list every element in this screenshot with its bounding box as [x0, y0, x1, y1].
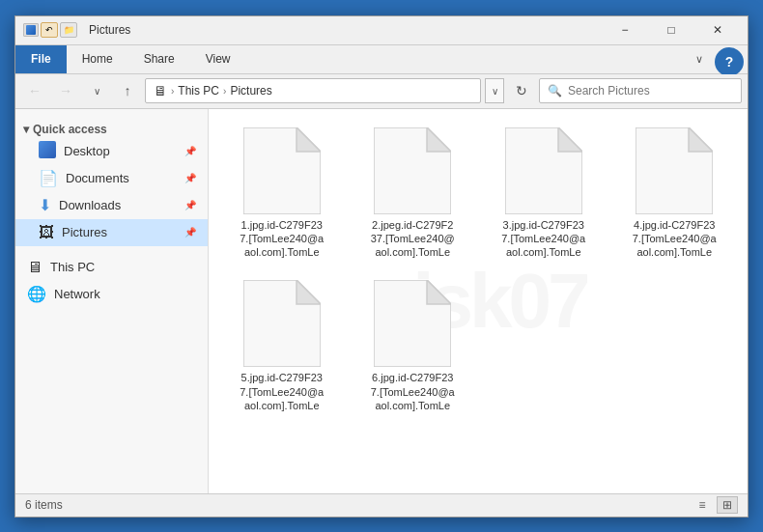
- network-icon: 🌐: [27, 285, 46, 303]
- sidebar-label-desktop: Desktop: [64, 144, 110, 158]
- title-bar-controls: − □ ✕: [603, 15, 740, 44]
- file-area: pisk07 1.jpg.id-C279F237.[TomLee240@aaol…: [209, 109, 748, 493]
- path-pc-icon: 🖥: [154, 83, 167, 98]
- title-ribbon-icons: ↶ 📁: [23, 22, 77, 38]
- ribbon-tabs: File Home Share View ∨ ?: [15, 45, 748, 74]
- ribbon-chevron[interactable]: ∨: [695, 45, 711, 73]
- quick-access-toolbar: [23, 23, 39, 37]
- svg-marker-3: [427, 127, 451, 152]
- list-item[interactable]: 3.jpg.id-C279F237.[TomLee240@aaol.com].T…: [480, 119, 608, 268]
- tab-home[interactable]: Home: [67, 45, 128, 73]
- list-view-button[interactable]: ≡: [692, 496, 713, 514]
- list-item[interactable]: 4.jpg.id-C279F237.[TomLee240@aaol.com].T…: [611, 119, 739, 268]
- pictures-icon: 🖼: [39, 224, 54, 241]
- sidebar-label-network: Network: [54, 287, 100, 301]
- up-button[interactable]: ↑: [114, 78, 141, 103]
- path-chevron-2: ›: [223, 86, 226, 97]
- file-name-5: 5.jpg.id-C279F237.[TomLee240@aaol.com].T…: [240, 371, 324, 412]
- title-bar: ↶ 📁 Pictures − □ ✕: [15, 16, 748, 45]
- path-segment-thispc: This PC: [178, 84, 219, 98]
- svg-marker-1: [297, 127, 321, 152]
- pin-downloads-icon: 📌: [184, 200, 196, 210]
- sidebar-label-pictures: Pictures: [62, 225, 107, 239]
- file-icon-5: [243, 280, 321, 367]
- file-name-3: 3.jpg.id-C279F237.[TomLee240@aaol.com].T…: [501, 218, 585, 260]
- sidebar-item-network[interactable]: 🌐 Network: [15, 281, 208, 308]
- status-count: 6 items: [25, 498, 63, 512]
- title-bar-left: ↶ 📁 Pictures: [23, 22, 603, 38]
- chevron-down-icon: ∨: [695, 53, 703, 66]
- forward-button[interactable]: →: [52, 78, 79, 103]
- pin-documents-icon: 📌: [184, 173, 196, 183]
- new-folder-btn[interactable]: 📁: [60, 22, 77, 38]
- list-item[interactable]: 6.jpg.id-C279F237.[TomLee240@aaol.com].T…: [350, 271, 477, 421]
- quick-access-label: Quick access: [33, 123, 107, 136]
- tab-view[interactable]: View: [190, 45, 246, 73]
- svg-marker-9: [297, 280, 321, 304]
- search-input[interactable]: [568, 84, 733, 98]
- icon-view-button[interactable]: ⊞: [717, 496, 738, 514]
- file-icon-1: [243, 127, 321, 214]
- list-item[interactable]: 2.jpeg.id-C279F237.[TomLee240@aol.com].T…: [350, 119, 477, 268]
- list-item[interactable]: 1.jpg.id-C279F237.[TomLee240@aaol.com].T…: [218, 119, 346, 268]
- pin-desktop-icon: 📌: [184, 146, 196, 156]
- sidebar-item-documents[interactable]: 📄 Documents 📌: [15, 165, 208, 192]
- desktop-icon: [39, 141, 56, 161]
- file-grid: 1.jpg.id-C279F237.[TomLee240@aaol.com].T…: [218, 119, 738, 422]
- back-button[interactable]: ←: [21, 78, 48, 103]
- tab-share[interactable]: Share: [128, 45, 190, 73]
- file-icon-4: [636, 127, 713, 214]
- tab-file[interactable]: File: [15, 45, 67, 73]
- search-box[interactable]: 🔍: [539, 78, 742, 103]
- file-name-1: 1.jpg.id-C279F237.[TomLee240@aaol.com].T…: [240, 218, 324, 260]
- sidebar-item-thispc[interactable]: 🖥 This PC: [15, 254, 208, 281]
- explorer-window: ↶ 📁 Pictures − □ ✕ File Home Share View …: [14, 15, 749, 518]
- sidebar: ▾ Quick access Desktop 📌 📄 Documents 📌 ⬇: [15, 109, 209, 493]
- view-toggle: ≡ ⊞: [692, 496, 738, 514]
- sidebar-label-thispc: This PC: [50, 260, 95, 274]
- file-icon-2: [374, 127, 451, 214]
- address-path[interactable]: 🖥 › This PC › Pictures: [145, 78, 481, 103]
- pin-pictures-icon: 📌: [184, 227, 196, 238]
- refresh-button[interactable]: ↻: [508, 78, 535, 103]
- minimize-button[interactable]: −: [603, 15, 647, 44]
- file-name-2: 2.jpeg.id-C279F237.[TomLee240@aol.com].T…: [371, 218, 455, 260]
- status-bar: 6 items ≡ ⊞: [15, 493, 748, 517]
- sidebar-item-desktop[interactable]: Desktop 📌: [15, 138, 208, 165]
- path-dropdown-button[interactable]: ∨: [485, 78, 504, 103]
- file-name-6: 6.jpg.id-C279F237.[TomLee240@aaol.com].T…: [371, 371, 455, 412]
- file-icon-6: [374, 280, 451, 367]
- file-name-4: 4.jpg.id-C279F237.[TomLee240@aaol.com].T…: [633, 218, 717, 260]
- path-segment-pictures: Pictures: [230, 84, 271, 98]
- close-button[interactable]: ✕: [695, 15, 740, 44]
- path-chevron-1: ›: [171, 86, 174, 97]
- quick-access-header[interactable]: ▾ Quick access: [15, 117, 208, 138]
- svg-marker-7: [689, 127, 713, 152]
- svg-marker-5: [558, 127, 582, 152]
- search-icon: 🔍: [548, 84, 562, 98]
- documents-icon: 📄: [39, 169, 58, 187]
- sidebar-item-downloads[interactable]: ⬇ Downloads 📌: [15, 192, 208, 219]
- sidebar-label-downloads: Downloads: [59, 198, 121, 212]
- address-bar: ← → ∨ ↑ 🖥 › This PC › Pictures ∨ ↻ 🔍: [15, 74, 748, 109]
- quick-access-arrow: ▾: [23, 123, 29, 136]
- maximize-button[interactable]: □: [649, 15, 693, 44]
- main-area: ▾ Quick access Desktop 📌 📄 Documents 📌 ⬇: [15, 109, 748, 493]
- file-icon-3: [505, 127, 582, 214]
- downloads-icon: ⬇: [39, 196, 51, 214]
- sidebar-item-pictures[interactable]: 🖼 Pictures 📌: [15, 219, 208, 246]
- thispc-icon: 🖥: [27, 259, 42, 276]
- help-button[interactable]: ?: [715, 47, 744, 76]
- sidebar-label-documents: Documents: [66, 171, 129, 185]
- svg-marker-11: [427, 280, 451, 304]
- undo-btn[interactable]: ↶: [41, 22, 58, 38]
- window-title: Pictures: [89, 23, 130, 37]
- dropdown-recent-button[interactable]: ∨: [83, 78, 110, 103]
- list-item[interactable]: 5.jpg.id-C279F237.[TomLee240@aaol.com].T…: [218, 271, 346, 421]
